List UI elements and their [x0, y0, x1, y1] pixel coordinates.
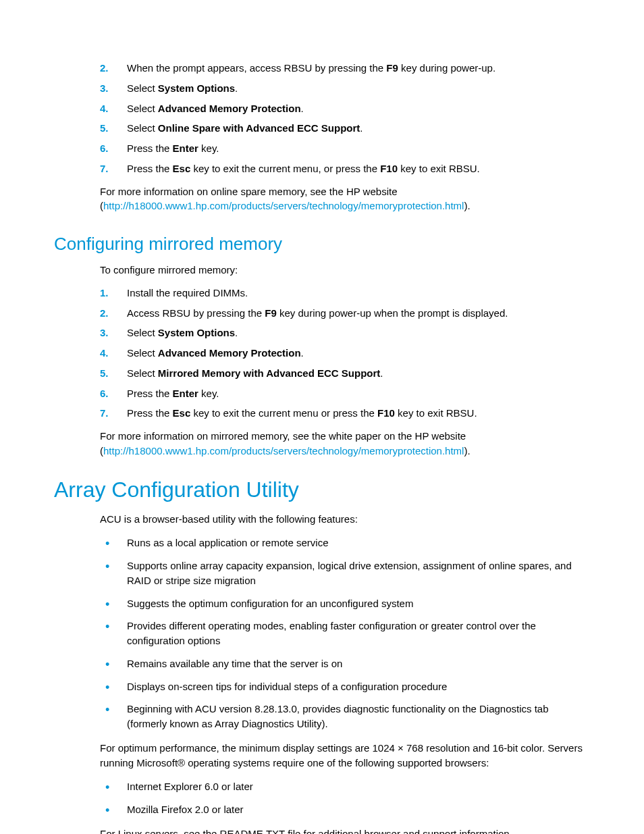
list-item: Provides different operating modes, enab… [100, 615, 590, 652]
step-text: . [235, 327, 238, 338]
section1-steps: 2.When the prompt appears, access RBSU b… [100, 58, 590, 179]
bold: Esc [173, 407, 191, 419]
step-text: Select [127, 347, 158, 359]
memory-protection-link[interactable]: http://h18000.www1.hp.com/products/serve… [103, 200, 464, 211]
mirrored-footer: For more information on mirrored memory,… [100, 429, 590, 459]
bold: System Options [158, 82, 235, 94]
step-text: key to exit RBSU. [398, 163, 480, 174]
step-text: . [360, 122, 363, 134]
step-text: . [380, 367, 383, 379]
list-item: 6.Press the Enter key. [100, 384, 590, 404]
step-text: Select [127, 122, 158, 134]
step-text: . [301, 103, 304, 114]
bold: F10 [380, 163, 398, 174]
mirrored-intro: To configure mirrored memory: [100, 263, 590, 278]
step-number: 2. [100, 61, 109, 76]
acu-features: Runs as a local application or remote se… [100, 531, 590, 735]
heading-mirrored-memory: Configuring mirrored memory [54, 234, 590, 255]
bold: F9 [265, 307, 277, 319]
acu-intro: ACU is a browser-based utility with the … [100, 512, 590, 527]
list-item: 1.Install the required DIMMs. [100, 283, 590, 303]
step-number: 3. [100, 325, 109, 340]
step-number: 2. [100, 306, 109, 321]
list-item: 3.Select System Options. [100, 323, 590, 343]
step-text: key to exit the current menu or press th… [190, 407, 377, 419]
step-text: Press the [127, 142, 173, 154]
step-text: Select [127, 82, 158, 94]
bold: Enter [173, 388, 198, 399]
step-text: Press the [127, 407, 173, 419]
section1-footer: For more information on online spare mem… [100, 184, 590, 214]
list-item: 3.Select System Options. [100, 78, 590, 99]
step-number: 3. [100, 81, 109, 96]
step-text: Select [127, 103, 158, 114]
step-number: 7. [100, 406, 109, 421]
step-text: Access RBSU by pressing the [127, 307, 265, 319]
step-text: Install the required DIMMs. [127, 287, 248, 298]
step-text: . [235, 82, 238, 94]
bold: F9 [386, 62, 398, 74]
step-text: Press the [127, 388, 173, 399]
step-text: Select [127, 327, 158, 338]
bold: Esc [173, 163, 191, 174]
step-text: key to exit the current menu, or press t… [190, 163, 380, 174]
list-item: 2.When the prompt appears, access RBSU b… [100, 58, 590, 78]
step-text: When the prompt appears, access RBSU by … [127, 62, 386, 74]
mirrored-steps: 1.Install the required DIMMs. 2.Access R… [100, 283, 590, 423]
list-item: Supports online array capacity expansion… [100, 554, 590, 592]
list-item: Internet Explorer 6.0 or later [100, 775, 590, 798]
acu-linux-note: For Linux servers, see the README.TXT fi… [100, 827, 590, 834]
list-item: 5.Select Online Spare with Advanced ECC … [100, 118, 590, 138]
list-item: 5.Select Mirrored Memory with Advanced E… [100, 363, 590, 384]
step-text: key. [198, 142, 219, 154]
bold: Advanced Memory Protection [158, 103, 301, 114]
step-number: 4. [100, 101, 109, 116]
list-item: Runs as a local application or remote se… [100, 531, 590, 554]
step-text: . [301, 347, 304, 359]
list-item: Remains available any time that the serv… [100, 652, 590, 675]
list-item: 2.Access RBSU by pressing the F9 key dur… [100, 303, 590, 323]
list-item: 4.Select Advanced Memory Protection. [100, 99, 590, 119]
acu-performance: For optimum performance, the minimum dis… [100, 741, 590, 771]
step-number: 1. [100, 286, 109, 301]
step-text: key to exit RBSU. [395, 407, 477, 419]
step-number: 5. [100, 121, 109, 136]
step-text: Press the [127, 163, 173, 174]
bold: F10 [377, 407, 395, 419]
list-item: 7.Press the Esc key to exit the current … [100, 159, 590, 179]
bold: Enter [173, 142, 198, 154]
step-text: Select [127, 367, 158, 379]
list-item: Mozilla Firefox 2.0 or later [100, 798, 590, 821]
step-text: key during power-up when the prompt is d… [277, 307, 508, 319]
bold: System Options [158, 327, 235, 338]
list-item: Beginning with ACU version 8.28.13.0, pr… [100, 698, 590, 735]
step-number: 6. [100, 141, 109, 156]
document-page: 2.When the prompt appears, access RBSU b… [0, 0, 644, 834]
heading-array-configuration-utility: Array Configuration Utility [54, 477, 590, 502]
step-number: 6. [100, 386, 109, 401]
bold: Online Spare with Advanced ECC Support [158, 122, 360, 134]
step-number: 7. [100, 161, 109, 176]
acu-browsers: Internet Explorer 6.0 or later Mozilla F… [100, 775, 590, 821]
list-item: 7.Press the Esc key to exit the current … [100, 403, 590, 423]
text: ). [464, 445, 470, 457]
bold: Mirrored Memory with Advanced ECC Suppor… [158, 367, 380, 379]
bold: Advanced Memory Protection [158, 347, 301, 359]
step-text: key. [198, 388, 219, 399]
list-item: Displays on-screen tips for individual s… [100, 675, 590, 698]
step-number: 5. [100, 366, 109, 381]
list-item: 4.Select Advanced Memory Protection. [100, 343, 590, 363]
step-text: key during power-up. [398, 62, 495, 74]
step-number: 4. [100, 346, 109, 361]
text: ). [464, 200, 470, 211]
list-item: 6.Press the Enter key. [100, 138, 590, 159]
memory-protection-link[interactable]: http://h18000.www1.hp.com/products/serve… [103, 445, 464, 457]
list-item: Suggests the optimum configuration for a… [100, 592, 590, 615]
